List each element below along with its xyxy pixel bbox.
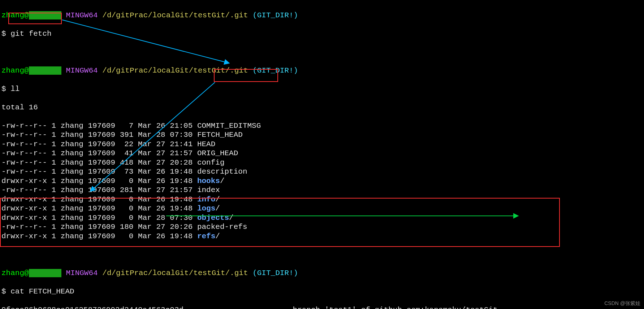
ll-total: total 16: [1, 103, 643, 112]
ll-filename: ORIG_HEAD: [197, 149, 238, 157]
cmd-git-fetch: git fetch: [10, 30, 51, 38]
ll-row: -rw-r--r-- 1 zhang 197609 418 Mar 27 20:…: [1, 158, 643, 167]
prompt-line-1: zhang@ MINGW64 /d/gitPrac/localGit/testG…: [1, 11, 643, 20]
ll-filename: COMMIT_EDITMSG: [197, 122, 261, 130]
ll-filename: hooks: [197, 177, 220, 185]
ll-filename: objects: [197, 214, 229, 222]
ll-row: -rw-r--r-- 1 zhang 197609 391 Mar 28 07:…: [1, 130, 643, 140]
cmd-line-2: $ ll: [1, 84, 643, 94]
ll-row: drwxr-xr-x 1 zhang 197609 0 Mar 26 19:48…: [1, 177, 643, 186]
ll-filename: logs: [197, 204, 215, 213]
ll-listing: -rw-r--r-- 1 zhang 197609 7 Mar 26 21:05…: [1, 121, 643, 241]
cmd-line-3: $ cat FETCH_HEAD: [1, 287, 643, 296]
ll-filename: FETCH_HEAD: [197, 131, 243, 139]
watermark: CSDN @张紫娃: [604, 300, 640, 307]
prompt-user: zhang: [1, 11, 24, 19]
prompt-path: /d/gitPrac/localGit/testGit/.git: [102, 11, 248, 19]
ll-row: drwxr-xr-x 1 zhang 197609 0 Mar 26 19:48…: [1, 232, 643, 241]
ll-row: -rw-r--r-- 1 zhang 197609 41 Mar 27 21:5…: [1, 149, 643, 158]
ll-row: -rw-r--r-- 1 zhang 197609 73 Mar 26 19:4…: [1, 167, 643, 177]
prompt-line-2: zhang@ MINGW64 /d/gitPrac/localGit/testG…: [1, 66, 643, 75]
ll-row: drwxr-xr-x 1 zhang 197609 0 Mar 26 19:48…: [1, 195, 643, 204]
blank-1: [1, 48, 643, 57]
cmd-ll: ll: [10, 85, 20, 93]
ll-filename: packed-refs: [197, 223, 247, 231]
fetch-head-row: 9feca86b0688ca916258726992d2440a4563c03d…: [1, 305, 643, 309]
ll-filename: description: [197, 167, 247, 176]
annotation-arrow-1: [62, 20, 229, 63]
ll-filename: index: [197, 186, 220, 194]
blank-2: [1, 250, 643, 260]
prompt-host-redacted: [29, 11, 61, 19]
ll-row: drwxr-xr-x 1 zhang 197609 0 Mar 28 07:30…: [1, 213, 643, 223]
ll-row: -rw-r--r-- 1 zhang 197609 22 Mar 27 21:4…: [1, 140, 643, 149]
ll-row: -rw-r--r-- 1 zhang 197609 180 Mar 27 20:…: [1, 222, 643, 232]
fetch-head-output: 9feca86b0688ca916258726992d2440a4563c03d…: [1, 305, 643, 309]
prompt-suffix: (GIT_DIR!): [252, 11, 298, 19]
cmd-cat-fetch-head: cat FETCH_HEAD: [10, 287, 74, 296]
cmd-line-1: $ git fetch: [1, 29, 643, 39]
terminal[interactable]: zhang@ MINGW64 /d/gitPrac/localGit/testG…: [0, 0, 644, 309]
ll-row: -rw-r--r-- 1 zhang 197609 281 Mar 27 21:…: [1, 186, 643, 195]
ll-row: drwxr-xr-x 1 zhang 197609 0 Mar 26 19:48…: [1, 204, 643, 213]
prompt-shell: MINGW64: [66, 11, 98, 19]
ll-row: -rw-r--r-- 1 zhang 197609 7 Mar 26 21:05…: [1, 121, 643, 131]
prompt-line-3: zhang@ MINGW64 /d/gitPrac/localGit/testG…: [1, 269, 643, 278]
ll-filename: refs: [197, 232, 215, 240]
ll-filename: HEAD: [197, 140, 215, 148]
ll-filename: info: [197, 195, 215, 204]
ll-filename: config: [197, 158, 225, 167]
